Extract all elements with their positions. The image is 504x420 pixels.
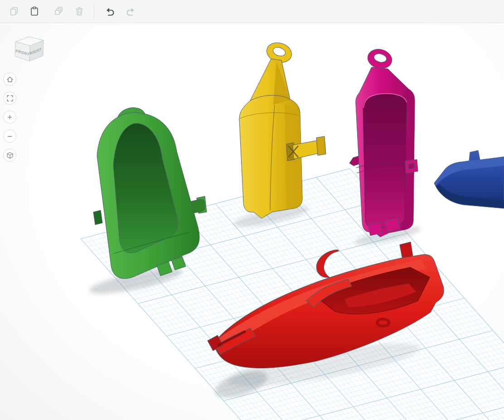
duplicate-icon <box>53 6 64 17</box>
fit-view-button[interactable] <box>3 92 16 105</box>
copy-button[interactable] <box>5 2 23 20</box>
zoom-out-button[interactable]: − <box>3 130 16 143</box>
redo-button[interactable] <box>121 2 140 20</box>
duplicate-button[interactable] <box>50 2 68 20</box>
yellow-handle-cap <box>316 136 326 155</box>
magenta-interior <box>363 94 407 229</box>
home-view-button[interactable] <box>3 72 16 86</box>
fit-view-icon <box>6 94 14 102</box>
object-blue-boat[interactable] <box>434 150 504 208</box>
home-icon <box>6 75 14 83</box>
perspective-cube-icon <box>6 151 14 159</box>
view-cube[interactable]: FRONT RIGHT <box>11 33 48 72</box>
paste-icon <box>29 6 40 17</box>
zoom-in-button[interactable]: + <box>3 111 16 124</box>
magenta-foot <box>368 222 382 236</box>
toolbar-divider <box>94 5 94 18</box>
copy-icon <box>9 6 19 17</box>
redo-icon <box>125 6 136 17</box>
undo-icon <box>105 6 116 17</box>
magenta-buckle-slot <box>408 163 415 169</box>
view-controls: + − <box>3 72 16 162</box>
green-left-tab <box>93 210 102 225</box>
perspective-toggle-button[interactable] <box>3 149 16 162</box>
delete-button[interactable] <box>70 2 88 20</box>
zoom-out-label: − <box>7 132 12 140</box>
trash-icon <box>74 6 85 17</box>
zoom-in-label: + <box>7 113 12 121</box>
undo-button[interactable] <box>101 2 119 20</box>
object-green-boat[interactable] <box>93 105 207 279</box>
top-toolbar <box>0 0 504 23</box>
paste-button[interactable] <box>25 2 44 20</box>
viewport-3d[interactable] <box>0 0 504 420</box>
